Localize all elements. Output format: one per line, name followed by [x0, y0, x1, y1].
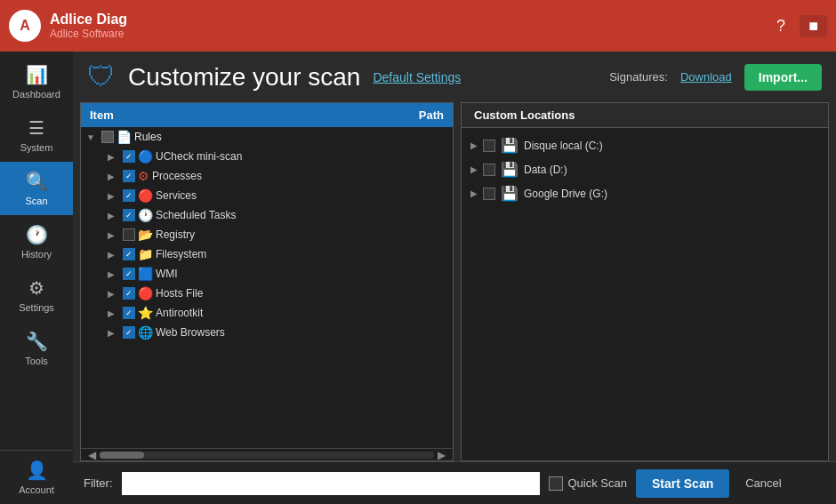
tree-row-ucheck[interactable]: ▶ 🔵 UCheck mini-scan: [81, 147, 453, 166]
sidebar-item-tools[interactable]: 🔧 Tools: [0, 322, 73, 375]
tree-label-filesystem: Filesystem: [156, 248, 447, 260]
tree-row-wmi[interactable]: ▶ 🟦 WMI: [81, 264, 453, 284]
scroll-left-button[interactable]: ◀: [84, 449, 100, 461]
expand-icon-processes: ▶: [108, 172, 120, 181]
checkbox-registry[interactable]: [123, 228, 135, 241]
sidebar-item-settings[interactable]: ⚙ Settings: [0, 268, 73, 322]
sidebar-label-tools: Tools: [25, 356, 48, 366]
location-row-d[interactable]: ▶ 💾 Data (D:): [462, 157, 828, 181]
sidebar-item-account[interactable]: 👤 Account: [0, 450, 73, 504]
sidebar-item-dashboard[interactable]: 📊 Dashboard: [0, 55, 73, 108]
tree-label-scheduled-tasks: Scheduled Tasks: [156, 209, 447, 221]
tree-row-filesystem[interactable]: ▶ 📁 Filesystem: [81, 244, 453, 264]
quick-scan-checkbox[interactable]: [549, 476, 563, 491]
expand-icon-g: ▶: [470, 188, 478, 198]
tree-row-registry[interactable]: ▶ 📂 Registry: [81, 225, 453, 244]
hosts-file-icon: 🔴: [138, 286, 153, 300]
checkbox-c[interactable]: [483, 140, 495, 152]
checkbox-processes[interactable]: [123, 170, 135, 182]
default-settings-link[interactable]: Default Settings: [373, 70, 461, 84]
checkbox-web-browsers[interactable]: [123, 326, 135, 339]
expand-icon-ucheck: ▶: [108, 152, 120, 162]
tree-label-root: Rules: [134, 131, 447, 143]
quick-scan-label: Quick Scan: [568, 476, 627, 490]
sidebar-item-scan[interactable]: 🔍 Scan: [0, 162, 73, 215]
tree-row-hosts-file[interactable]: ▶ 🔴 Hosts File: [81, 284, 453, 303]
tree-label-services: Services: [156, 189, 447, 202]
locations-panel: Custom Locations ▶ 💾 Disque local (C:) ▶…: [461, 102, 829, 461]
checkbox-antirootkit[interactable]: [123, 307, 135, 319]
checkbox-scheduled-tasks[interactable]: [123, 209, 135, 221]
app-logo: A: [9, 10, 41, 42]
dashboard-icon: 📊: [26, 64, 48, 85]
expand-icon-root: ▼: [86, 132, 99, 142]
signatures-label: Signatures:: [609, 70, 668, 84]
expand-icon-web-browsers: ▶: [108, 328, 120, 338]
tree-label-processes: Processes: [152, 170, 447, 182]
location-row-c[interactable]: ▶ 💾 Disque local (C:): [462, 133, 828, 157]
tree-scrollbar-track[interactable]: [100, 452, 434, 459]
tree-panel: Item Path ▼ 📄 Rules ▶ 🔵: [80, 102, 454, 461]
locations-body: ▶ 💾 Disque local (C:) ▶ 💾 Data (D:) ▶: [462, 128, 828, 460]
tree-column-path: Path: [419, 108, 444, 122]
title-bar-left: A Adlice Diag Adlice Software: [9, 10, 127, 42]
page-title: Customize your scan: [128, 63, 360, 92]
checkbox-root[interactable]: [101, 131, 114, 143]
checkbox-g[interactable]: [483, 188, 495, 200]
location-row-g[interactable]: ▶ 💾 Google Drive (G:): [462, 181, 828, 205]
settings-icon: ⚙: [28, 277, 44, 299]
ucheck-icon: 🔵: [138, 149, 153, 164]
checkbox-d[interactable]: [483, 164, 495, 176]
main-panel: Item Path ▼ 📄 Rules ▶ 🔵: [73, 102, 836, 461]
content-header: 🛡 Customize your scan Default Settings S…: [73, 52, 836, 102]
account-icon: 👤: [26, 460, 48, 481]
tree-label-antirootkit: Antirootkit: [156, 307, 447, 319]
tree-row-antirootkit[interactable]: ▶ ⭐ Antirootkit: [81, 303, 453, 323]
start-scan-button[interactable]: Start Scan: [636, 469, 729, 498]
tools-icon: 🔧: [26, 331, 48, 352]
checkbox-ucheck[interactable]: [123, 150, 135, 163]
tree-row-processes[interactable]: ▶ ⚙ Processes: [81, 166, 453, 186]
tree-header: Item Path: [81, 103, 453, 127]
help-button[interactable]: ?: [769, 15, 792, 37]
tree-body: ▼ 📄 Rules ▶ 🔵 UCheck mini-scan ▶: [81, 127, 453, 448]
checkbox-services[interactable]: [123, 189, 135, 202]
title-bar-right: ? ■: [769, 15, 827, 37]
scheduled-tasks-icon: 🕐: [138, 208, 153, 222]
antirootkit-icon: ⭐: [138, 306, 153, 320]
import-button[interactable]: Import...: [744, 64, 822, 91]
sidebar-label-system: System: [20, 142, 53, 153]
app-name: Adlice Diag: [50, 12, 127, 28]
sidebar-label-account: Account: [19, 484, 54, 495]
tree-row-services[interactable]: ▶ 🔴 Services: [81, 186, 453, 205]
expand-icon-c: ▶: [470, 140, 478, 150]
drive-c-icon: 💾: [501, 137, 518, 154]
tree-row-scheduled-tasks[interactable]: ▶ 🕐 Scheduled Tasks: [81, 205, 453, 225]
tree-scrollbar-thumb[interactable]: [100, 452, 144, 459]
download-link[interactable]: Download: [680, 70, 732, 84]
title-bar: A Adlice Diag Adlice Software ? ■: [0, 0, 836, 52]
scan-icon: 🔍: [26, 171, 48, 192]
shield-icon: 🛡: [87, 60, 116, 93]
tree-column-item: Item: [90, 108, 419, 122]
checkbox-filesystem[interactable]: [123, 248, 135, 260]
tree-label-hosts-file: Hosts File: [156, 287, 447, 300]
sidebar-item-system[interactable]: ☰ System: [0, 108, 73, 162]
cancel-button[interactable]: Cancel: [738, 473, 788, 493]
location-label-g: Google Drive (G:): [524, 188, 607, 200]
filter-input[interactable]: [122, 472, 540, 495]
checkbox-wmi[interactable]: [123, 268, 135, 280]
sidebar-item-history[interactable]: 🕐 History: [0, 215, 73, 268]
scroll-right-button[interactable]: ▶: [434, 449, 449, 461]
main-layout: 📊 Dashboard ☰ System 🔍 Scan 🕐 History ⚙ …: [0, 52, 836, 504]
tree-row-web-browsers[interactable]: ▶ 🌐 Web Browsers: [81, 323, 453, 342]
tree-row-root[interactable]: ▼ 📄 Rules: [81, 127, 453, 147]
content-area: 🛡 Customize your scan Default Settings S…: [73, 52, 836, 504]
location-label-c: Disque local (C:): [524, 140, 603, 152]
close-button[interactable]: ■: [800, 15, 827, 37]
sidebar: 📊 Dashboard ☰ System 🔍 Scan 🕐 History ⚙ …: [0, 52, 73, 504]
expand-icon-registry: ▶: [108, 230, 120, 240]
services-icon: 🔴: [138, 188, 153, 203]
app-company: Adlice Software: [50, 28, 127, 40]
checkbox-hosts-file[interactable]: [123, 287, 135, 300]
